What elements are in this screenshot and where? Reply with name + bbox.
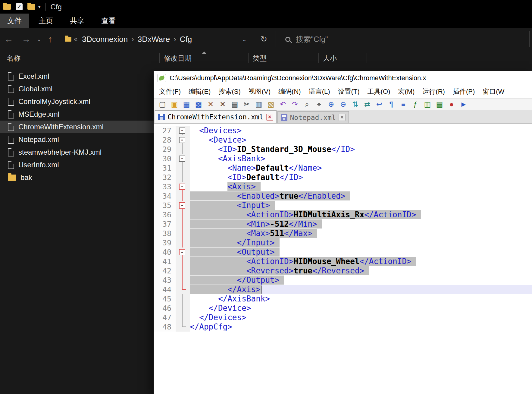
editor-tab[interactable]: Notepad.xml× (277, 111, 349, 123)
code-text[interactable]: <Enabled>true</Enabled> (190, 191, 532, 201)
explorer-titlebar[interactable]: Cfg (0, 0, 532, 14)
save-icon[interactable]: ▦ (180, 99, 192, 110)
code-text[interactable]: <Output> (190, 247, 532, 257)
code-text[interactable]: <Max>511</Max> (190, 229, 532, 238)
menu-item-10[interactable]: 插件(P) (449, 87, 479, 96)
quick-access-folder-icon[interactable] (3, 4, 11, 10)
cut-icon[interactable]: ✂ (241, 99, 253, 110)
column-header[interactable]: 名称 (0, 51, 160, 66)
code-text[interactable]: <Min>-512</Min> (190, 219, 532, 229)
ribbon-tab-1[interactable]: 主页 (31, 14, 60, 28)
close-all-icon[interactable]: ✕ (217, 99, 229, 110)
editor-tab[interactable]: ChromeWithExtension.xml× (155, 110, 277, 123)
fold-toggle-icon[interactable]: - (179, 156, 185, 162)
fold-toggle-icon[interactable]: - (179, 202, 185, 209)
close-file-icon[interactable]: ✕ (205, 99, 217, 110)
address-bar[interactable]: « 3Dconnexion›3DxWare›Cfg ⌄ ↻ (61, 31, 276, 47)
function-list-icon[interactable]: ƒ (409, 99, 421, 110)
code-text[interactable]: </Input> (190, 238, 532, 247)
code-text[interactable]: <ActionID>HIDMultiAxis_Rx</ActionID> (190, 210, 532, 219)
code-text[interactable]: </AxisBank> (190, 294, 532, 304)
macro-record-icon[interactable]: ● (446, 99, 458, 110)
find-icon[interactable]: ⌕ (301, 99, 313, 110)
breadcrumb-item[interactable]: Cfg (178, 35, 194, 44)
fold-margin[interactable]: - (176, 126, 190, 135)
code-text[interactable]: </Output> (190, 276, 532, 285)
fold-margin[interactable]: - (176, 154, 190, 163)
new-file-icon[interactable]: ▢ (156, 99, 168, 110)
open-file-icon[interactable]: ▣ (168, 99, 180, 110)
ribbon-tab-3[interactable]: 查看 (94, 14, 123, 28)
show-symbols-icon[interactable]: ¶ (385, 99, 397, 110)
npp-editor[interactable]: 27-<Devices>28-<Device>29<ID>ID_Standard… (154, 125, 532, 394)
document-map-icon[interactable]: ▥ (421, 99, 433, 110)
history-dropdown-icon[interactable]: ⌄ (35, 36, 43, 42)
quick-access-dropdown-icon[interactable] (38, 4, 41, 10)
ribbon-tab-2[interactable]: 共享 (63, 14, 92, 28)
word-wrap-icon[interactable]: ↩ (373, 99, 385, 110)
search-input[interactable] (295, 35, 523, 44)
breadcrumb-overflow-icon[interactable]: « (74, 35, 77, 43)
address-dropdown-icon[interactable]: ⌄ (238, 36, 251, 43)
document-list-icon[interactable]: ▤ (433, 99, 446, 110)
fold-toggle-icon[interactable]: - (179, 249, 185, 255)
sync-horizontal-icon[interactable]: ⇄ (361, 99, 373, 110)
menu-item-6[interactable]: 设置(T) (334, 87, 364, 96)
code-text[interactable]: <Devices> (190, 126, 532, 135)
menu-item-5[interactable]: 语言(L) (305, 87, 334, 96)
print-icon[interactable]: ▤ (229, 99, 241, 110)
sync-vertical-icon[interactable]: ⇅ (349, 99, 361, 110)
redo-icon[interactable]: ↷ (289, 99, 301, 110)
up-button[interactable]: ↑ (43, 35, 57, 44)
code-text[interactable]: <ActionID>HIDMouse_Wheel</ActionID> (190, 257, 532, 266)
code-text[interactable]: </Device> (190, 304, 532, 313)
npp-titlebar[interactable]: C:\Users\dumpl\AppData\Roaming\3Dconnexi… (154, 71, 532, 85)
code-text[interactable]: <Reversed>true</Reversed> (190, 266, 532, 276)
back-button[interactable]: ← (0, 35, 17, 44)
fold-toggle-icon[interactable]: - (179, 128, 185, 134)
menu-item-2[interactable]: 搜索(S) (214, 87, 244, 96)
code-text[interactable]: <Device> (190, 135, 532, 145)
menu-item-9[interactable]: 运行(R) (418, 87, 449, 96)
code-text[interactable]: <ID>Default</ID> (190, 173, 532, 182)
zoom-out-icon[interactable]: ⊖ (337, 99, 349, 110)
code-text[interactable]: </AppCfg> (190, 322, 532, 332)
column-header[interactable]: 大小 (319, 51, 367, 66)
code-text[interactable]: <ID>ID_Standard_3D_Mouse</ID> (190, 145, 532, 154)
save-all-icon[interactable]: ▩ (192, 99, 205, 110)
code-text[interactable]: <Input> (190, 201, 532, 210)
menu-item-11[interactable]: 窗口(W (479, 87, 508, 96)
code-text[interactable]: <Name>Default</Name> (190, 163, 532, 173)
fold-toggle-icon[interactable]: - (179, 184, 185, 190)
replace-icon[interactable]: ⌖ (313, 99, 325, 110)
fold-margin[interactable]: - (176, 247, 190, 257)
menu-item-7[interactable]: 工具(O) (364, 87, 394, 96)
quick-access-check-icon[interactable] (16, 3, 23, 10)
tab-close-icon[interactable]: × (339, 114, 346, 121)
quick-access-toolbar-folder-icon[interactable] (27, 4, 35, 10)
fold-margin[interactable]: - (176, 201, 190, 210)
refresh-button[interactable]: ↻ (255, 34, 272, 44)
menu-item-4[interactable]: 编码(N) (274, 87, 305, 96)
fold-toggle-icon[interactable]: - (179, 137, 185, 143)
macro-play-icon[interactable]: ► (458, 99, 470, 110)
copy-icon[interactable]: ▥ (253, 99, 265, 110)
menu-item-0[interactable]: 文件(F) (155, 87, 185, 96)
menu-item-8[interactable]: 宏(M) (394, 87, 418, 96)
undo-icon[interactable]: ↶ (277, 99, 289, 110)
ribbon-tab-0[interactable]: 文件 (0, 14, 29, 28)
code-text[interactable]: <Axis> (190, 182, 532, 191)
menu-item-3[interactable]: 视图(V) (245, 87, 274, 96)
menu-item-1[interactable]: 编辑(E) (185, 87, 214, 96)
code-text[interactable]: <AxisBank> (190, 154, 532, 163)
breadcrumb-item[interactable]: 3DxWare (136, 35, 172, 44)
fold-margin[interactable]: - (176, 182, 190, 191)
paste-icon[interactable]: ▧ (265, 99, 277, 110)
tab-close-icon[interactable]: × (266, 114, 273, 121)
search-box[interactable] (279, 31, 530, 47)
column-header[interactable]: 修改日期 (160, 51, 249, 66)
indent-guide-icon[interactable]: ≡ (397, 99, 409, 110)
code-text[interactable]: </Axis> (190, 285, 532, 294)
forward-button[interactable]: → (17, 35, 35, 44)
column-header[interactable]: 类型 (249, 51, 319, 66)
